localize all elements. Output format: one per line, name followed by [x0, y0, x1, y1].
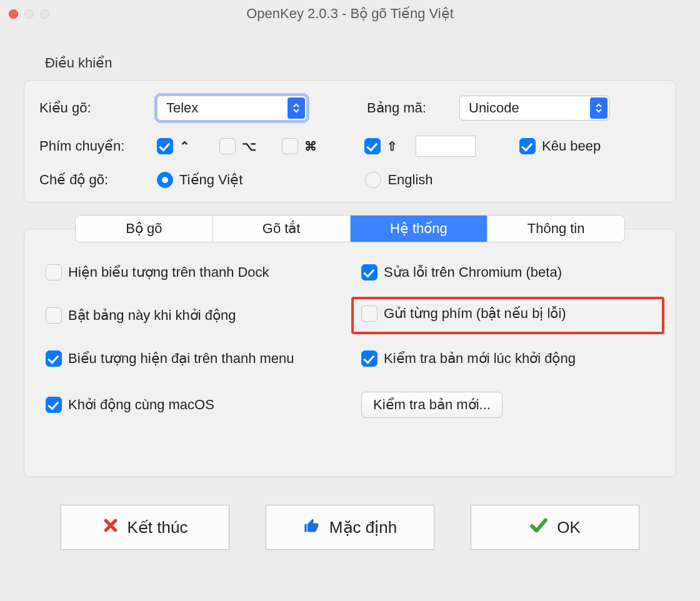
tab-bar: Bộ gõ Gõ tắt Hệ thống Thông tin	[75, 215, 625, 242]
modern-icon-checkbox[interactable]: Biểu tượng hiện đại trên thanh menu	[46, 350, 339, 367]
thumbs-up-icon	[303, 517, 321, 539]
run-at-login-checkbox[interactable]: Khởi động cùng macOS	[46, 392, 339, 418]
mode-label: Chế độ gõ:	[39, 172, 146, 188]
switch-key-field[interactable]	[416, 136, 476, 157]
close-window-icon[interactable]	[9, 9, 18, 19]
option-checkbox[interactable]: ⌥	[219, 138, 259, 154]
command-checkbox[interactable]: ⌘	[282, 138, 322, 154]
footer: Kết thúc Mặc định OK	[24, 505, 676, 550]
send-each-key-checkbox[interactable]: Gửi từng phím (bật nếu bị lỗi)	[361, 305, 566, 322]
mode-english-radio[interactable]: English	[365, 172, 432, 188]
check-update-start-label: Kiểm tra bản mới lúc khởi động	[384, 350, 576, 367]
ctrl-glyph: ⌃	[179, 139, 197, 154]
mode-vietnamese-radio[interactable]: Tiếng Việt	[157, 172, 242, 188]
check-update-button-label: Kiểm tra bản mới...	[373, 397, 491, 413]
beep-label: Kêu beep	[542, 138, 601, 154]
input-method-select[interactable]: Telex	[157, 96, 307, 121]
check-icon	[529, 518, 548, 537]
check-update-button[interactable]: Kiểm tra bản mới...	[361, 392, 502, 418]
control-group-legend: Điều khiển	[45, 55, 676, 71]
default-button[interactable]: Mặc định	[266, 505, 434, 550]
system-tab-panel: Hiện biểu tượng trên thanh Dock Sửa lỗi …	[24, 229, 676, 477]
quit-button-label: Kết thúc	[128, 518, 188, 537]
option-glyph: ⌥	[242, 139, 259, 154]
chevron-up-down-icon	[590, 97, 608, 119]
default-button-label: Mặc định	[329, 518, 397, 537]
tab-about[interactable]: Thông tin	[488, 216, 624, 242]
encoding-select[interactable]: Unicode	[459, 96, 609, 121]
zoom-window-icon	[40, 9, 49, 19]
ok-button-label: OK	[557, 518, 581, 537]
encoding-value: Unicode	[469, 100, 519, 116]
beep-checkbox[interactable]: Kêu beep	[519, 138, 601, 154]
show-dock-checkbox[interactable]: Hiện biểu tượng trên thanh Dock	[46, 264, 339, 281]
open-on-start-label: Bật bảng này khi khởi động	[68, 307, 236, 324]
ctrl-checkbox[interactable]: ⌃	[157, 138, 197, 154]
tab-shortcut[interactable]: Gõ tắt	[213, 216, 351, 242]
tab-system[interactable]: Hệ thống	[351, 216, 488, 242]
control-groupbox: Kiểu gõ: Telex Bảng mã: Unicode	[24, 80, 676, 202]
tab-input[interactable]: Bộ gõ	[76, 216, 213, 242]
run-at-login-label: Khởi động cùng macOS	[68, 397, 214, 413]
command-glyph: ⌘	[304, 139, 322, 154]
fix-chromium-label: Sửa lỗi trên Chromium (beta)	[384, 264, 562, 281]
encoding-label: Bảng mã:	[367, 100, 448, 116]
modern-icon-label: Biểu tượng hiện đại trên thanh menu	[68, 350, 294, 367]
mode-en-label: English	[388, 172, 432, 188]
check-update-start-checkbox[interactable]: Kiểm tra bản mới lúc khởi động	[361, 350, 654, 367]
switch-key-label: Phím chuyển:	[39, 138, 146, 154]
open-on-start-checkbox[interactable]: Bật bảng này khi khởi động	[46, 305, 339, 325]
window-title: OpenKey 2.0.3 - Bộ gõ Tiếng Việt	[0, 6, 700, 22]
send-each-key-label: Gửi từng phím (bật nếu bị lỗi)	[384, 305, 566, 322]
chevron-up-down-icon	[288, 97, 305, 119]
mode-vn-label: Tiếng Việt	[179, 172, 242, 188]
close-icon	[102, 517, 119, 538]
traffic-lights	[9, 9, 49, 19]
shift-glyph: ⇧	[387, 139, 404, 154]
input-method-value: Telex	[166, 100, 198, 116]
fix-chromium-checkbox[interactable]: Sửa lỗi trên Chromium (beta)	[361, 264, 654, 281]
send-each-key-highlight: Gửi từng phím (bật nếu bị lỗi)	[351, 297, 664, 334]
ok-button[interactable]: OK	[471, 505, 639, 550]
minimize-window-icon	[24, 9, 34, 19]
shift-checkbox[interactable]: ⇧	[364, 138, 404, 154]
title-bar: OpenKey 2.0.3 - Bộ gõ Tiếng Việt	[0, 0, 700, 27]
quit-button[interactable]: Kết thúc	[61, 505, 229, 550]
input-method-label: Kiểu gõ:	[39, 100, 146, 116]
show-dock-label: Hiện biểu tượng trên thanh Dock	[68, 264, 269, 281]
